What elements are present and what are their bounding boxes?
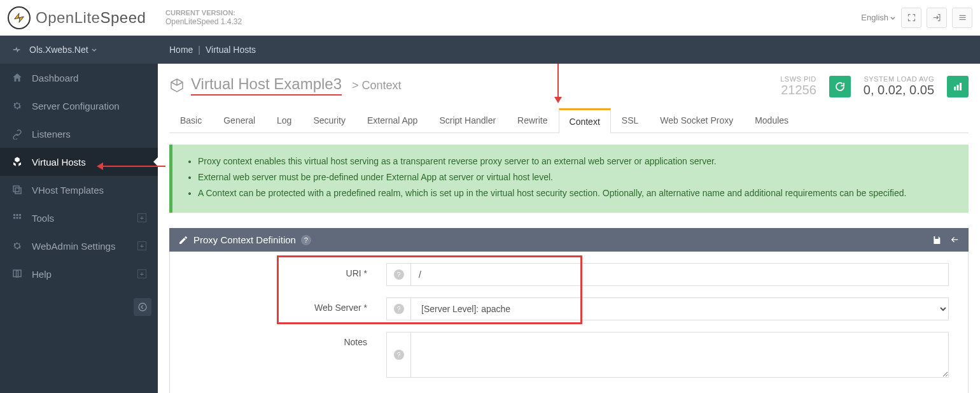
svg-rect-7 (19, 214, 21, 216)
panel-title: Proxy Context Definition (193, 234, 296, 245)
link-icon (11, 128, 24, 139)
restart-button[interactable] (829, 76, 851, 97)
svg-rect-1 (959, 17, 965, 18)
cube-icon (169, 78, 185, 93)
webserver-select[interactable]: [Server Level]: apache (410, 297, 949, 320)
svg-rect-8 (13, 217, 15, 219)
expand-icon: + (137, 213, 146, 222)
expand-icon: + (137, 269, 146, 278)
tab-basic[interactable]: Basic (169, 108, 213, 133)
arrow-left-icon (137, 302, 148, 312)
notes-textarea[interactable] (410, 332, 949, 378)
page-subtitle: Context (362, 79, 402, 92)
panel-body: URI * ? Web Server * ? [Server Level]: a… (169, 252, 969, 393)
svg-rect-6 (17, 214, 18, 216)
logo: OpenLiteSpeed (8, 6, 165, 29)
sidebar-item-webadmin[interactable]: WebAdmin Settings + (0, 232, 158, 260)
language-label: English (861, 13, 888, 22)
tab-script-handler[interactable]: Script Handler (428, 108, 507, 133)
sidebar-item-label: Listeners (32, 129, 71, 139)
breadcrumb: Home | Virtual Hosts (158, 36, 980, 64)
help-icon[interactable]: ? (301, 235, 311, 245)
uri-label: URI * (189, 263, 386, 278)
cubes-icon (11, 156, 24, 168)
notes-label: Notes (189, 332, 386, 347)
gear-icon (11, 240, 24, 252)
menu-button[interactable] (952, 8, 972, 28)
brand-speed: Speed (100, 9, 146, 26)
logo-icon (8, 6, 31, 29)
webserver-label: Web Server * (189, 297, 386, 313)
logout-button[interactable] (927, 8, 947, 28)
chevron-down-icon (91, 46, 97, 53)
expand-icon: + (137, 241, 146, 250)
tab-websocket-proxy[interactable]: Web Socket Proxy (649, 108, 744, 133)
svg-rect-13 (957, 85, 959, 90)
host-icon (11, 45, 23, 55)
save-icon[interactable] (932, 235, 942, 245)
sidebar-item-tools[interactable]: Tools + (0, 204, 158, 232)
version-block: CURRENT VERSION: OpenLiteSpeed 1.4.32 (165, 8, 242, 27)
field-help[interactable]: ? (386, 297, 410, 320)
sidebar-item-label: WebAdmin Settings (32, 241, 115, 252)
language-selector[interactable]: English (861, 13, 896, 22)
sidebar-item-label: Server Configuration (32, 101, 120, 111)
svg-rect-10 (19, 217, 21, 219)
svg-rect-4 (13, 186, 19, 192)
sidebar-host-label: Ols.Xwebs.Net (29, 45, 88, 55)
brand-lite: Lite (74, 9, 101, 26)
uri-input[interactable] (410, 263, 949, 286)
tab-context[interactable]: Context (559, 108, 611, 133)
field-help[interactable]: ? (386, 332, 410, 378)
fullscreen-button[interactable] (901, 8, 921, 28)
tab-rewrite[interactable]: Rewrite (507, 108, 558, 133)
back-icon[interactable] (949, 235, 960, 245)
sidebar-item-label: VHost Templates (32, 185, 104, 196)
sidebar-item-server-config[interactable]: Server Configuration (0, 92, 158, 120)
info-line: A Context can be protected with a predef… (198, 187, 956, 200)
sidebar-item-virtual-hosts[interactable]: Virtual Hosts (0, 148, 158, 176)
tab-ssl[interactable]: SSL (611, 108, 649, 133)
tab-security[interactable]: Security (302, 108, 356, 133)
field-help[interactable]: ? (386, 263, 410, 286)
gear-icon (11, 100, 24, 111)
copy-icon (11, 184, 24, 196)
sidebar-item-listeners[interactable]: Listeners (0, 120, 158, 148)
svg-rect-3 (15, 188, 21, 194)
version-value: OpenLiteSpeed 1.4.32 (165, 17, 242, 27)
edit-icon (178, 235, 188, 245)
sidebar-item-label: Help (32, 269, 52, 280)
pid-value: 21256 (780, 83, 816, 97)
version-label: CURRENT VERSION: (165, 8, 242, 17)
info-box: Proxy context enables this virtual host … (169, 145, 969, 213)
sidebar: Ols.Xwebs.Net Dashboard Server Configura… (0, 36, 158, 393)
tab-modules[interactable]: Modules (744, 108, 799, 133)
grid-icon (11, 212, 24, 224)
sidebar-host[interactable]: Ols.Xwebs.Net (0, 36, 158, 64)
tab-log[interactable]: Log (266, 108, 302, 133)
tab-external-app[interactable]: External App (356, 108, 428, 133)
tab-general[interactable]: General (213, 108, 266, 133)
breadcrumb-home[interactable]: Home (169, 45, 193, 55)
svg-rect-14 (960, 83, 962, 90)
stats-button[interactable] (947, 76, 969, 97)
info-line: Proxy context enables this virtual host … (198, 155, 956, 168)
sidebar-collapse-button[interactable] (134, 298, 151, 316)
load-value: 0, 0.02, 0.05 (864, 83, 934, 97)
home-icon (11, 72, 24, 83)
sidebar-item-label: Virtual Hosts (32, 157, 86, 168)
sidebar-item-help[interactable]: Help + (0, 260, 158, 288)
load-label: SYSTEM LOAD AVG (864, 75, 934, 83)
chevron-down-icon (890, 15, 896, 21)
sidebar-item-label: Dashboard (32, 73, 78, 83)
svg-rect-9 (17, 217, 18, 219)
svg-rect-5 (13, 214, 15, 216)
info-line: External web server must be pre-defined … (198, 171, 956, 184)
svg-rect-2 (959, 19, 965, 20)
sidebar-item-dashboard[interactable]: Dashboard (0, 64, 158, 92)
svg-rect-0 (959, 15, 965, 16)
svg-rect-12 (954, 87, 956, 90)
sidebar-item-vhost-templates[interactable]: VHost Templates (0, 176, 158, 204)
panel-header: Proxy Context Definition ? (169, 228, 969, 252)
page-title: Virtual Host Example3 (191, 75, 342, 96)
